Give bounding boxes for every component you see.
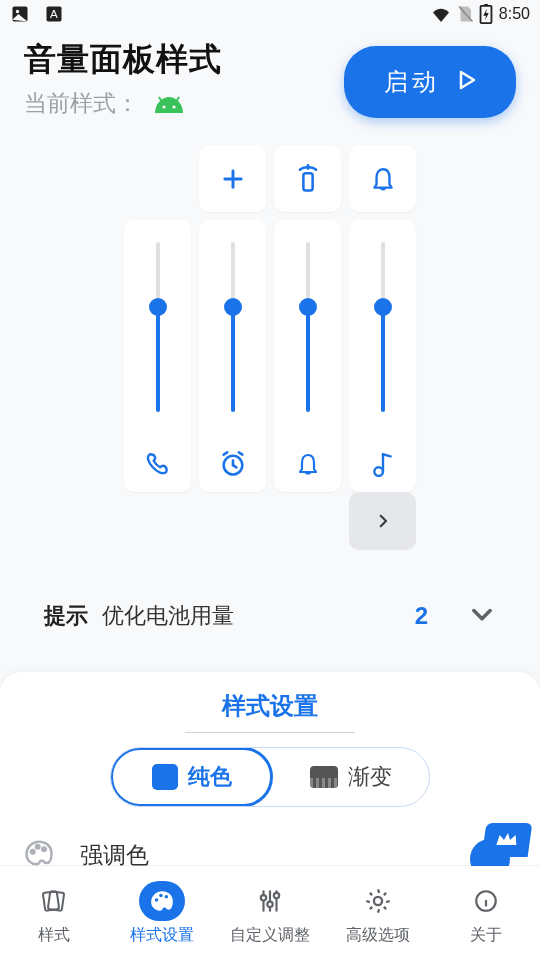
- svg-line-19: [238, 452, 242, 454]
- alarm-icon: [219, 450, 247, 478]
- cards-icon: [31, 881, 77, 921]
- palette-nav-icon: [139, 881, 185, 921]
- svg-text:A: A: [50, 7, 58, 20]
- page-title: 音量面板样式: [24, 38, 222, 82]
- status-bar: A 8:50: [0, 0, 540, 28]
- preview-add-button[interactable]: [199, 145, 266, 212]
- android-icon: [153, 95, 183, 113]
- svg-point-27: [155, 898, 158, 901]
- svg-point-29: [165, 894, 168, 897]
- nav-label: 样式: [38, 925, 70, 946]
- svg-rect-6: [484, 4, 488, 6]
- expand-button[interactable]: [349, 492, 416, 550]
- svg-rect-26: [43, 891, 59, 911]
- svg-point-20: [374, 467, 383, 476]
- nav-customize[interactable]: 自定义调整: [216, 866, 324, 960]
- nav-style-settings[interactable]: 样式设置: [108, 866, 216, 960]
- chevron-down-icon: [468, 600, 496, 632]
- battery-charging-icon: [479, 4, 493, 24]
- image-icon: [10, 4, 30, 24]
- svg-line-17: [233, 465, 237, 467]
- seg-gradient[interactable]: 渐变: [272, 748, 429, 806]
- gradient-swatch-icon: [310, 766, 338, 788]
- wifi-icon: [431, 6, 451, 22]
- nav-about[interactable]: 关于: [432, 866, 540, 960]
- tips-count: 2: [415, 602, 428, 630]
- svg-line-8: [176, 97, 179, 102]
- svg-point-1: [16, 10, 19, 13]
- nav-style[interactable]: 样式: [0, 866, 108, 960]
- solid-swatch-icon: [152, 764, 178, 790]
- tips-label: 提示: [44, 601, 88, 631]
- status-left: A: [10, 4, 64, 24]
- seg-solid-label: 纯色: [188, 762, 232, 792]
- info-icon: [463, 881, 509, 921]
- svg-point-9: [162, 105, 165, 108]
- svg-point-10: [172, 105, 175, 108]
- svg-line-18: [223, 452, 227, 454]
- preview-bell-button[interactable]: [349, 145, 416, 212]
- bottom-nav: 样式 样式设置 自定义调整 高级选项 关于: [0, 866, 540, 960]
- style-settings-sheet: 样式设置 纯色 渐变 强调色: [0, 672, 540, 866]
- font-icon: A: [44, 4, 64, 24]
- page-subtitle: 当前样式：: [24, 88, 139, 119]
- play-icon: [458, 68, 476, 96]
- music-note-icon: [369, 450, 397, 478]
- nav-label: 样式设置: [130, 925, 194, 946]
- slider-media[interactable]: [349, 220, 416, 492]
- status-right: 8:50: [431, 4, 530, 24]
- svg-point-22: [31, 850, 35, 854]
- slider-call[interactable]: [124, 220, 191, 492]
- seg-gradient-label: 渐变: [348, 762, 392, 792]
- svg-point-35: [274, 892, 279, 897]
- svg-point-23: [36, 845, 40, 849]
- sheet-title: 样式设置: [0, 690, 540, 722]
- sliders-icon: [247, 881, 293, 921]
- seg-solid[interactable]: 纯色: [110, 747, 273, 807]
- color-mode-segmented: 纯色 渐变: [110, 747, 430, 807]
- phone-icon: [144, 450, 172, 478]
- svg-point-28: [159, 893, 162, 896]
- slider-notification[interactable]: [274, 220, 341, 492]
- status-time: 8:50: [499, 5, 530, 23]
- nav-label: 高级选项: [346, 925, 410, 946]
- launch-button[interactable]: 启动: [344, 46, 516, 118]
- sheet-underline: [185, 732, 355, 733]
- preview-cast-button[interactable]: [274, 145, 341, 212]
- no-sim-icon: [457, 5, 473, 23]
- header: 音量面板样式 当前样式： 启动: [0, 28, 540, 119]
- crown-icon: [482, 823, 533, 857]
- nav-advanced[interactable]: 高级选项: [324, 866, 432, 960]
- tips-row[interactable]: 提示 优化电池用量 2: [0, 600, 540, 632]
- volume-panel-preview: [0, 145, 540, 550]
- svg-point-31: [261, 895, 266, 900]
- bell-icon: [294, 450, 322, 478]
- launch-label: 启动: [384, 66, 440, 98]
- svg-line-7: [159, 97, 162, 102]
- svg-point-33: [267, 901, 272, 906]
- nav-label: 关于: [470, 925, 502, 946]
- gear-icon: [355, 881, 401, 921]
- slider-alarm[interactable]: [199, 220, 266, 492]
- svg-point-36: [374, 896, 382, 904]
- nav-label: 自定义调整: [230, 925, 310, 946]
- svg-rect-25: [48, 891, 64, 911]
- svg-point-24: [42, 848, 46, 852]
- tips-text: 优化电池用量: [102, 601, 401, 631]
- svg-rect-13: [303, 173, 312, 190]
